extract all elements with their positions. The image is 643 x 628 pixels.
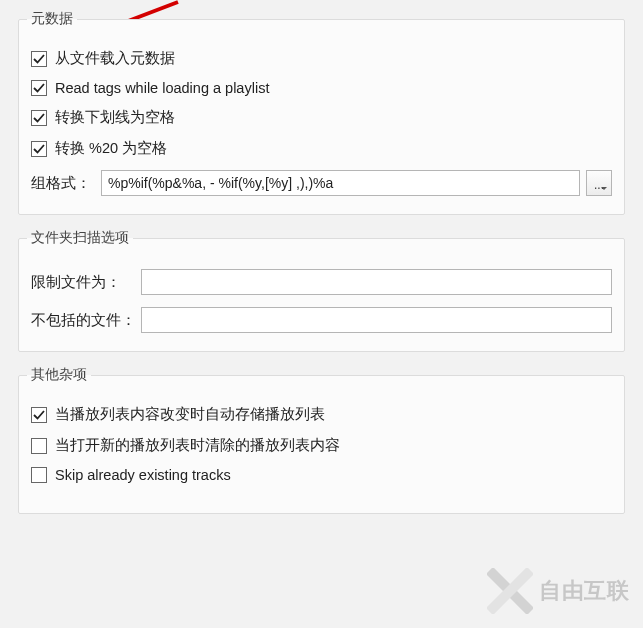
label-exclude-files: 不包括的文件：: [31, 311, 131, 330]
checkbox-underscore-to-space[interactable]: [31, 110, 47, 126]
row-skip-existing: Skip already existing tracks: [31, 467, 612, 483]
group-folder-scan-legend: 文件夹扫描选项: [27, 229, 133, 247]
label-auto-save: 当播放列表内容改变时自动存储播放列表: [55, 405, 325, 424]
label-load-from-file: 从文件载入元数据: [55, 49, 175, 68]
checkbox-auto-save[interactable]: [31, 407, 47, 423]
row-clear-on-new: 当打开新的播放列表时清除的播放列表内容: [31, 436, 612, 455]
button-group-format-browse[interactable]: ...: [586, 170, 612, 196]
label-percent20-to-space: 转换 %20 为空格: [55, 139, 167, 158]
row-limit-files: 限制文件为：: [31, 269, 612, 295]
watermark-text: 自由互联: [539, 576, 629, 606]
watermark-x-icon: [487, 568, 533, 614]
ellipsis-icon: ...: [594, 178, 604, 192]
settings-panel: 元数据 从文件载入元数据 Read tags while loading a p…: [0, 0, 643, 514]
checkbox-read-tags[interactable]: [31, 80, 47, 96]
label-skip-existing: Skip already existing tracks: [55, 467, 231, 483]
row-underscore-to-space: 转换下划线为空格: [31, 108, 612, 127]
label-group-format: 组格式：: [31, 174, 91, 193]
input-group-format[interactable]: [101, 170, 580, 196]
label-limit-files: 限制文件为：: [31, 273, 131, 292]
checkbox-load-from-file[interactable]: [31, 51, 47, 67]
group-metadata: 元数据 从文件载入元数据 Read tags while loading a p…: [18, 10, 625, 215]
row-percent20-to-space: 转换 %20 为空格: [31, 139, 612, 158]
row-auto-save: 当播放列表内容改变时自动存储播放列表: [31, 405, 612, 424]
group-metadata-legend: 元数据: [27, 10, 77, 28]
row-load-from-file: 从文件载入元数据: [31, 49, 612, 68]
checkbox-percent20-to-space[interactable]: [31, 141, 47, 157]
row-exclude-files: 不包括的文件：: [31, 307, 612, 333]
group-folder-scan: 文件夹扫描选项 限制文件为： 不包括的文件：: [18, 229, 625, 352]
checkbox-clear-on-new[interactable]: [31, 438, 47, 454]
checkbox-skip-existing[interactable]: [31, 467, 47, 483]
label-clear-on-new: 当打开新的播放列表时清除的播放列表内容: [55, 436, 340, 455]
label-underscore-to-space: 转换下划线为空格: [55, 108, 175, 127]
group-misc-legend: 其他杂项: [27, 366, 91, 384]
row-read-tags: Read tags while loading a playlist: [31, 80, 612, 96]
row-group-format: 组格式： ...: [31, 170, 612, 196]
label-read-tags: Read tags while loading a playlist: [55, 80, 269, 96]
watermark: 自由互联: [487, 568, 629, 614]
input-exclude-files[interactable]: [141, 307, 612, 333]
input-limit-files[interactable]: [141, 269, 612, 295]
group-misc: 其他杂项 当播放列表内容改变时自动存储播放列表 当打开新的播放列表时清除的播放列…: [18, 366, 625, 514]
